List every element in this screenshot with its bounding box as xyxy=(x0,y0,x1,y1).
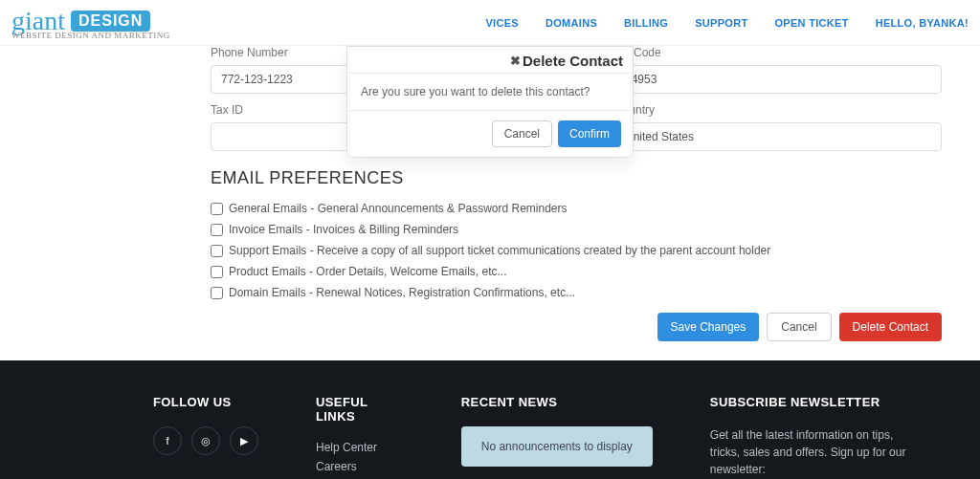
subscribe-title: SUBSCRIBE NEWSLETTER xyxy=(710,395,923,409)
facebook-icon[interactable]: f xyxy=(153,426,182,455)
nav-account[interactable]: HELLO, BYANKA! xyxy=(876,17,969,29)
zip-input[interactable] xyxy=(614,65,942,94)
nav-billing[interactable]: BILLING xyxy=(624,17,668,29)
email-prefs-title: EMAIL PREFERENCES xyxy=(211,168,942,188)
instagram-icon[interactable]: ◎ xyxy=(191,426,220,455)
cancel-button[interactable]: Cancel xyxy=(767,313,831,341)
pref-invoice-checkbox[interactable] xyxy=(211,224,223,236)
logo-tagline: WEBSITE DESIGN AND MARKETING xyxy=(11,31,170,40)
country-input[interactable] xyxy=(614,122,942,151)
link-careers[interactable]: Careers xyxy=(316,460,404,473)
link-help-center[interactable]: Help Center xyxy=(316,441,404,454)
main-nav: VICES DOMAINS BILLING SUPPORT OPEN TICKE… xyxy=(485,17,969,29)
youtube-icon[interactable]: ▶ xyxy=(230,426,258,455)
modal-cancel-button[interactable]: Cancel xyxy=(492,120,552,147)
logo-badge: DESIGN xyxy=(71,11,150,32)
modal-confirm-button[interactable]: Confirm xyxy=(558,120,621,147)
zip-label: Zip Code xyxy=(614,46,942,59)
pref-product-checkbox[interactable] xyxy=(211,266,223,278)
logo[interactable]: giant DESIGN WEBSITE DESIGN AND MARKETIN… xyxy=(11,6,170,40)
footer: FOLLOW US f ◎ ▶ USEFUL LINKS Help Center… xyxy=(0,360,980,479)
country-label: Country xyxy=(614,103,942,117)
pref-support-checkbox[interactable] xyxy=(211,245,223,257)
pref-domain-label: Domain Emails - Renewal Notices, Registr… xyxy=(229,286,575,299)
nav-services[interactable]: VICES xyxy=(485,17,519,29)
delete-contact-modal: ✖ Delete Contact Are you sure you want t… xyxy=(346,46,634,158)
pref-general-label: General Emails - General Announcements &… xyxy=(229,202,568,215)
save-button[interactable]: Save Changes xyxy=(657,313,760,341)
news-empty-box: No announcements to display xyxy=(461,426,653,467)
useful-links-title: USEFUL LINKS xyxy=(316,395,404,424)
modal-title: Delete Contact xyxy=(523,53,623,69)
main-content: ✖ Delete Contact Are you sure you want t… xyxy=(0,46,980,360)
nav-support[interactable]: SUPPORT xyxy=(695,17,747,29)
pref-general-checkbox[interactable] xyxy=(211,203,223,215)
pref-product-label: Product Emails - Order Details, Welcome … xyxy=(229,265,507,278)
pref-domain-checkbox[interactable] xyxy=(211,287,223,299)
pref-support-label: Support Emails - Receive a copy of all s… xyxy=(229,244,770,257)
subscribe-text: Get all the latest information on tips, … xyxy=(710,426,923,478)
pref-invoice-label: Invoice Emails - Invoices & Billing Remi… xyxy=(229,223,458,236)
header: giant DESIGN WEBSITE DESIGN AND MARKETIN… xyxy=(0,0,980,46)
close-icon[interactable]: ✖ xyxy=(510,54,521,67)
modal-body: Are you sure you want to delete this con… xyxy=(347,73,633,111)
follow-title: FOLLOW US xyxy=(153,395,258,409)
nav-open-ticket[interactable]: OPEN TICKET xyxy=(774,17,848,29)
nav-domains[interactable]: DOMAINS xyxy=(546,17,597,29)
recent-news-title: RECENT NEWS xyxy=(461,395,653,409)
delete-contact-button[interactable]: Delete Contact xyxy=(839,313,942,341)
